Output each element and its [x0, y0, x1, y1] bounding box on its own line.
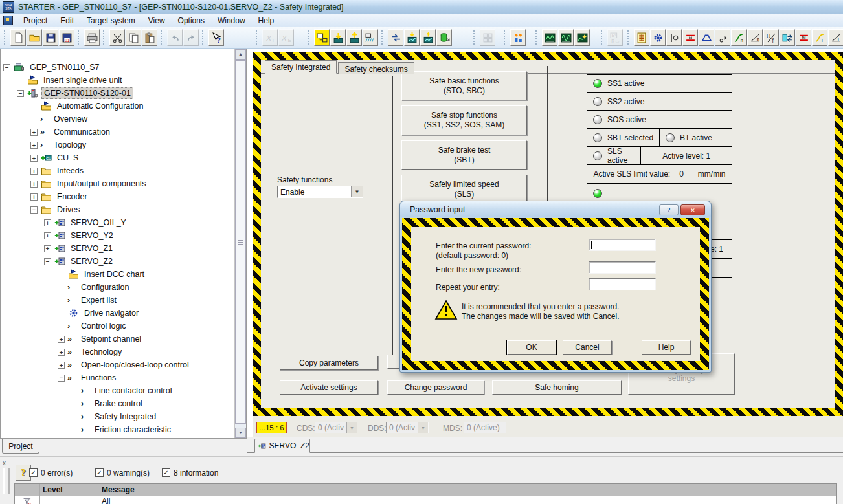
tab-servo-z2[interactable]: SERVO_Z2 — [254, 439, 310, 453]
torque-setpoint-button[interactable] — [796, 29, 811, 46]
repeat-password-field[interactable] — [589, 278, 656, 290]
expand-icon[interactable]: + — [30, 142, 38, 149]
insert-xe-button[interactable] — [278, 29, 294, 46]
tab-safety-integrated[interactable]: Safety Integrated — [265, 60, 337, 74]
tree-item-communication[interactable]: +»Communication — [1, 126, 234, 138]
expand-icon[interactable]: + — [58, 336, 65, 343]
panel-grip[interactable] — [3, 468, 10, 494]
download-to-target-button[interactable] — [330, 29, 346, 46]
tree-item-servo-oil-y[interactable]: +SERVO_OIL_Y — [1, 216, 234, 229]
print-button[interactable] — [84, 29, 100, 46]
save-button[interactable] — [43, 29, 58, 46]
toolbar-grip[interactable] — [601, 30, 605, 45]
drive-navigator-button[interactable] — [650, 29, 666, 46]
datalogs-button[interactable] — [510, 29, 526, 46]
tree-item-gep-stn0110-s120-01[interactable]: −GEP-STN0110-S120-01 — [1, 87, 234, 100]
vf-control-button[interactable] — [763, 29, 779, 46]
cancel-button[interactable]: Cancel — [563, 340, 612, 355]
tree-item-brake-control[interactable]: ›Brake control — [1, 397, 234, 410]
torque-limit-button[interactable] — [682, 29, 698, 46]
activate-settings-button[interactable]: Activate settings — [280, 380, 378, 395]
menu-edit[interactable]: Edit — [54, 15, 80, 27]
safely-limited-speed-button[interactable]: Safely limited speed(SLS) — [401, 175, 527, 204]
menu-project[interactable]: Project — [17, 15, 54, 27]
redo-button[interactable] — [183, 29, 199, 46]
tree-item-infeeds[interactable]: +Infeeds — [1, 164, 234, 177]
menu-target-system[interactable]: Target system — [80, 15, 142, 27]
tree-item-configuration[interactable]: ›Configuration — [1, 281, 234, 294]
toolbar-grip[interactable] — [4, 30, 8, 45]
expand-icon[interactable]: + — [44, 219, 51, 226]
tree-item-topology[interactable]: +›Topology — [1, 138, 234, 151]
tree-item-expert-list[interactable]: ›Expert list — [1, 294, 234, 307]
filter-checkbox[interactable]: ✓ — [162, 468, 170, 477]
filter-checkbox[interactable]: ✓ — [95, 468, 104, 477]
tree-scrollbar[interactable]: ▲ ▼ — [234, 49, 246, 438]
save-and-compile-button[interactable] — [59, 29, 74, 46]
expand-icon[interactable]: + — [58, 362, 65, 369]
tree-item-input-output-components[interactable]: +Input/output components — [1, 177, 234, 190]
motor-data-set-button[interactable] — [780, 29, 795, 46]
toolbar-grip[interactable] — [473, 30, 478, 45]
tab-safety-checksums[interactable]: Safety checksums — [338, 62, 414, 74]
expand-icon[interactable]: + — [30, 129, 38, 136]
chevron-down-icon[interactable]: ▼ — [351, 186, 363, 197]
tree-item-encoder[interactable]: +Encoder — [1, 190, 234, 203]
disconnect-target-button[interactable] — [363, 29, 378, 46]
menu-options[interactable]: Options — [172, 15, 211, 27]
context-help-button[interactable] — [208, 29, 224, 46]
menu-window[interactable]: Window — [211, 15, 252, 27]
current-setpoint-button[interactable] — [828, 29, 843, 46]
setpoint-channel-button[interactable] — [715, 29, 730, 46]
filter-checkbox[interactable]: ✓ — [29, 468, 38, 477]
collapse-icon[interactable]: − — [58, 375, 65, 382]
copy-button[interactable] — [126, 29, 141, 46]
expand-icon[interactable]: + — [58, 349, 65, 356]
expand-icon[interactable]: + — [30, 168, 38, 175]
tree-item-friction-characteristic[interactable]: ›Friction characteristic — [1, 423, 234, 436]
tree-item-automatic-configuration[interactable]: Automatic Configuration — [1, 100, 234, 113]
copy-ram-to-rom-button[interactable] — [420, 29, 436, 46]
tree-item-drives[interactable]: −Drives — [1, 203, 234, 216]
scroll-up-icon[interactable]: ▲ — [235, 49, 246, 60]
safe-brake-test-button[interactable]: Safe brake test(SBT) — [401, 140, 527, 170]
diagnostics-button[interactable] — [480, 29, 495, 46]
tree-item-gep-stn0110-s7[interactable]: −GEP_STN0110_S7 — [1, 61, 234, 74]
safe-stop-functions-button[interactable]: Safe stop functions(SS1, SS2, SOS, SAM) — [401, 105, 527, 135]
dialog-close-button[interactable]: ✕ — [680, 204, 705, 215]
expert-list-button[interactable] — [634, 29, 649, 46]
safe-basic-functions-button[interactable]: Safe basic functions(STO, SBC) — [401, 71, 527, 100]
scrollbar-thumb[interactable] — [235, 60, 246, 424]
expand-icon[interactable]: + — [30, 193, 38, 201]
dialog-help-button[interactable]: ? — [659, 204, 679, 215]
toolbar-grip[interactable] — [308, 30, 312, 45]
tree-item-open-loop-closed-loop-control[interactable]: +»Open-loop/closed-loop control — [1, 358, 234, 371]
change-password-button[interactable]: Change password — [387, 380, 484, 395]
load-to-file-system-button[interactable] — [404, 29, 420, 46]
tree-item-servo-z2[interactable]: −SERVO_Z2 — [1, 255, 234, 268]
safety-functions-dropdown[interactable]: Enable ▼ — [277, 186, 363, 198]
eeprom-button[interactable] — [607, 29, 623, 46]
toolbar-grip[interactable] — [103, 30, 107, 45]
toolbar-grip[interactable] — [504, 30, 508, 45]
collapse-icon[interactable]: − — [30, 206, 38, 214]
toolbar-grip[interactable] — [381, 30, 386, 45]
safe-homing-button[interactable]: Safe homing — [492, 380, 622, 395]
assemble-button[interactable] — [388, 29, 403, 46]
copy-parameters-button[interactable]: Copy parameters — [280, 356, 378, 370]
save-to-memory-card-button[interactable] — [436, 29, 452, 46]
new-project-button[interactable] — [10, 29, 26, 46]
tree-item-line-contactor-control[interactable]: ›Line contactor control — [1, 384, 234, 397]
cut-button[interactable] — [109, 29, 125, 46]
tab-project[interactable]: Project — [2, 439, 39, 454]
ramp-function-button[interactable] — [699, 29, 714, 46]
function-generator-button[interactable] — [558, 29, 574, 46]
tree-item-setpoint-channel[interactable]: +»Setpoint channel — [1, 333, 234, 345]
toolbar-grip[interactable] — [161, 30, 165, 45]
menu-view[interactable]: View — [142, 15, 172, 27]
expand-icon[interactable]: + — [44, 245, 51, 252]
message-row[interactable]: All — [15, 496, 836, 504]
toolbar-grip[interactable] — [78, 30, 82, 45]
device-trace-button[interactable] — [542, 29, 557, 46]
undo-button[interactable] — [167, 29, 183, 46]
